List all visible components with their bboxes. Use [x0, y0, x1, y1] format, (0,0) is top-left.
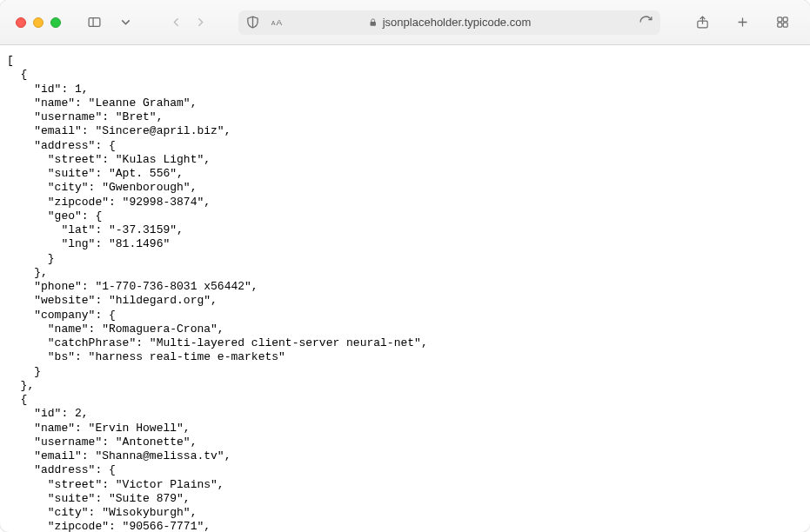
browser-toolbar: A A jsonplaceholder.typicode.com [0, 0, 810, 45]
window-controls [16, 17, 61, 28]
lock-icon [368, 17, 378, 28]
svg-text:A: A [277, 17, 283, 27]
json-response-body[interactable]: [ { "id": 1, "name": "Leanne Graham", "u… [7, 54, 803, 532]
privacy-shield-icon[interactable] [245, 15, 260, 30]
svg-rect-10 [783, 17, 787, 22]
maximize-window-button[interactable] [50, 17, 61, 28]
sidebar-toggle-button[interactable] [82, 10, 106, 35]
svg-rect-5 [370, 22, 375, 26]
forward-button[interactable] [188, 10, 212, 35]
address-bar[interactable]: A A jsonplaceholder.typicode.com [238, 10, 660, 35]
page-content: [ { "id": 1, "name": "Leanne Graham", "u… [0, 45, 810, 532]
address-bar-content: jsonplaceholder.typicode.com [368, 16, 532, 29]
reload-button[interactable] [639, 15, 653, 30]
svg-rect-11 [777, 23, 781, 27]
minimize-window-button[interactable] [33, 17, 44, 28]
svg-rect-9 [777, 17, 781, 22]
back-button[interactable] [164, 10, 188, 35]
tab-dropdown-button[interactable] [113, 10, 137, 35]
close-window-button[interactable] [16, 17, 26, 28]
share-button[interactable] [690, 10, 714, 35]
new-tab-button[interactable] [730, 10, 754, 35]
svg-text:A: A [271, 20, 276, 27]
tab-overview-button[interactable] [770, 10, 794, 35]
url-text: jsonplaceholder.typicode.com [383, 16, 532, 29]
svg-rect-0 [89, 18, 100, 27]
text-size-icon[interactable]: A A [269, 15, 284, 30]
svg-rect-12 [783, 23, 787, 27]
